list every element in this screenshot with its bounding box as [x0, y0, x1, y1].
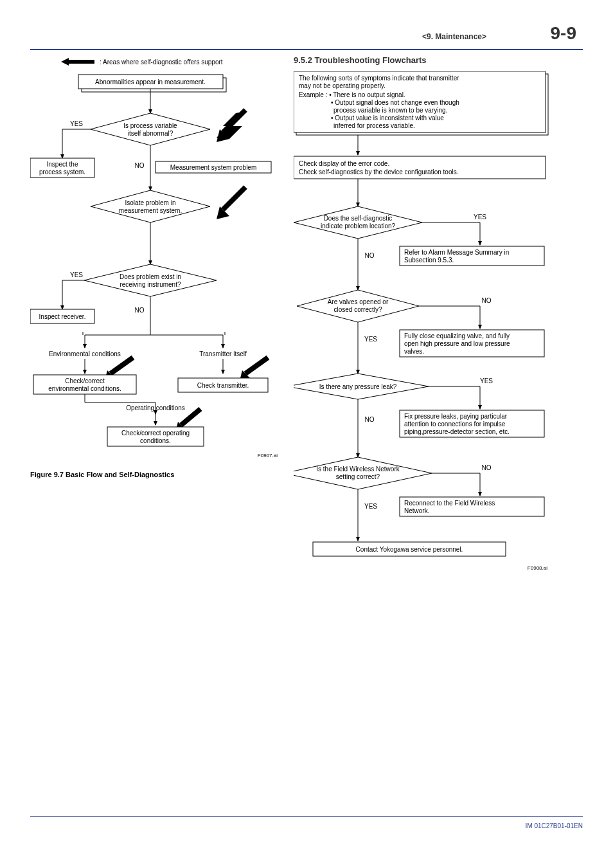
diamond-3b: receiving instrument?: [120, 281, 181, 288]
check-display-2: Check self-diagnostics by the device con…: [299, 168, 458, 176]
yes-1: YES: [70, 120, 83, 127]
intro-4b: inferred for process variable.: [333, 122, 415, 129]
fig-id-right: F0908.ai: [528, 565, 547, 571]
svg-marker-5: [91, 113, 210, 145]
refer-alarm-2: Subsection 9.5.3.: [404, 257, 454, 264]
inspect-process-1: Inspect the: [47, 161, 78, 168]
no-1: NO: [135, 162, 145, 169]
diamond-2a: Isolate problem in: [125, 199, 176, 206]
r-no2: NO: [482, 297, 492, 304]
fig-id-left: F0907.ai: [258, 453, 278, 458]
intro-4a: • Output value is inconsistent with valu…: [331, 114, 444, 122]
reconnect-1: Reconnect to the Field Wireless: [404, 500, 495, 507]
inspect-process-2: process system.: [39, 168, 85, 176]
footer-rule: [30, 816, 583, 817]
env-cond: Environmental conditions: [49, 350, 121, 357]
r-d3: Is there any pressure leak?: [319, 383, 397, 390]
header-section: <9. Maintenance>: [422, 32, 486, 41]
svg-line-32: [245, 357, 268, 374]
op-cond: Operating conditions: [126, 404, 185, 411]
close-valve-1: Fully close equalizing valve, and fully: [404, 332, 510, 339]
intro-2: Example : • There is no output signal.: [299, 91, 405, 98]
check-op-1: Check/correct operating: [121, 429, 190, 437]
refer-alarm-1: Refer to Alarm Message Summary in: [404, 249, 509, 256]
svg-marker-1: [61, 58, 69, 66]
r-yes4: YES: [364, 503, 377, 510]
r-d1b: indicate problem location?: [321, 222, 396, 230]
left-flowchart: : Areas where self-diagnostic offers sup…: [30, 55, 287, 618]
no-3: NO: [135, 307, 145, 314]
contact: Contact Yokogawa service personnel.: [356, 546, 463, 553]
r-yes3: YES: [480, 377, 493, 384]
check-env-2: environmental conditions.: [48, 385, 121, 392]
svg-marker-18: [84, 264, 217, 296]
figure-caption-left: Figure 9.7 Basic Flow and Self-Diagnosti…: [30, 471, 287, 478]
check-env-1: Check/correct: [65, 377, 105, 384]
page-number: 9-9: [551, 23, 576, 44]
yes-3: YES: [70, 271, 83, 278]
diamond-1a: Is process variable: [123, 122, 177, 129]
intro-3a: • Output signal does not change even tho…: [331, 99, 459, 106]
diamond-3a: Does problem exist in: [120, 273, 181, 280]
start-box: Abnormalities appear in measurement.: [95, 78, 206, 86]
r-d1a: Does the self-diagnostic: [324, 215, 393, 222]
check-trans: Check transmitter.: [197, 382, 249, 389]
reconnect-2: Network.: [404, 507, 429, 514]
r-no4: NO: [482, 464, 492, 471]
check-op-2: conditions.: [140, 437, 171, 444]
r-d4b: setting correct?: [336, 473, 380, 480]
r-d2b: closed correctly?: [333, 306, 382, 313]
diamond-2b: measurement system.: [119, 207, 182, 214]
r-d4a: Is the Field Wireless Network: [316, 466, 400, 473]
close-valve-2: open high pressure and low pressure: [404, 340, 510, 347]
r-yes2: YES: [364, 336, 377, 343]
trans-itself: Transmitter itself: [199, 350, 247, 357]
flowchart-svg-left: : Areas where self-diagnostic offers sup…: [30, 55, 287, 467]
diamond-1b: itself abnormal?: [128, 130, 173, 137]
header-rule: [30, 49, 583, 50]
intro-3b: process variable is known to be varying.: [333, 107, 447, 114]
svg-line-15: [223, 187, 245, 210]
check-display-1: Check display of the error code.: [299, 160, 389, 167]
svg-marker-14: [91, 190, 210, 222]
svg-line-30: [111, 357, 133, 374]
right-flowchart: 9.5.2 Troubleshooting Flowcharts The fol…: [294, 55, 551, 618]
close-valve-3: valves.: [404, 348, 424, 355]
r-yes1: YES: [474, 213, 486, 221]
r-no1: NO: [365, 252, 375, 259]
legend-text: : Areas where self-diagnostic offers sup…: [100, 59, 223, 66]
intro-1b: may not be operating properly.: [299, 82, 386, 89]
fix-leak-3: piping,pressure-detector section, etc.: [404, 428, 510, 435]
fix-leak-2: attention to connections for impulse: [404, 420, 506, 428]
r-no3: NO: [365, 416, 375, 423]
r-d2a: Are valves opened or: [328, 298, 389, 305]
section-title: 9.5.2 Troubleshooting Flowcharts: [294, 55, 551, 65]
msp: Measurement system problem: [170, 164, 257, 171]
inspect-receiver: Inspect receiver.: [39, 313, 86, 320]
flowchart-svg-right: The following sorts of symptoms indicate…: [294, 71, 551, 618]
fix-leak-1: Fix pressure leaks, paying particular: [404, 413, 508, 420]
intro-1: The following sorts of symptoms indicate…: [299, 75, 459, 82]
doc-id: IM 01C27B01-01EN: [526, 822, 583, 829]
